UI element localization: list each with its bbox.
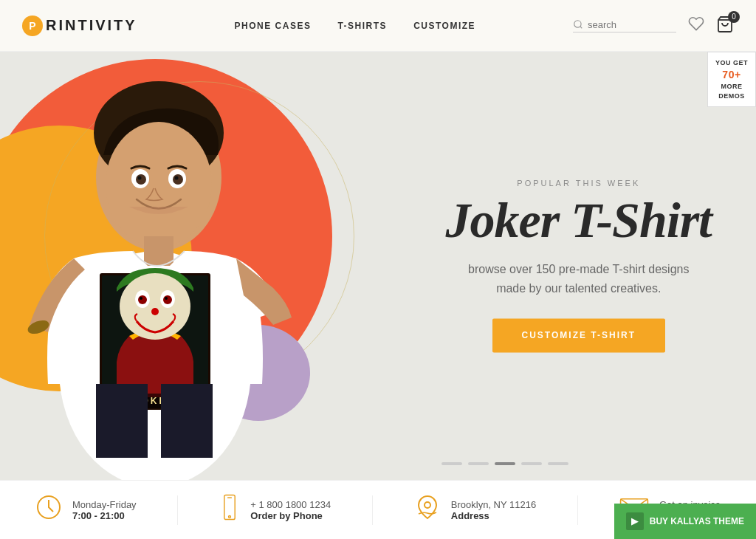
- svg-point-32: [229, 516, 231, 518]
- svg-point-26: [175, 176, 179, 180]
- model-image: JOKER: [0, 59, 310, 480]
- divider-2: [372, 495, 373, 525]
- svg-rect-27: [96, 384, 148, 458]
- logo[interactable]: P RINTIVITY: [22, 16, 137, 36]
- address-value: Brooklyn, NY 11216: [451, 499, 536, 510]
- header-actions: 0: [573, 16, 734, 36]
- info-address: Brooklyn, NY 11216 Address: [414, 494, 536, 526]
- customize-tshirt-button[interactable]: CUSTOMIZE T-SHIRT: [492, 319, 665, 353]
- info-hours: Monday-Friday 7:00 - 21:00: [35, 494, 137, 526]
- hero-content: POPULAR THIS WEEK Joker T-Shirt browse o…: [446, 179, 712, 352]
- nav-phone-cases[interactable]: PHONE CASES: [235, 21, 312, 31]
- main-nav: PHONE CASES T-SHIRTS CUSTOMIZE: [235, 21, 475, 31]
- logo-letter: P: [29, 20, 35, 32]
- logo-circle: P: [22, 16, 43, 36]
- dot-3[interactable]: [495, 462, 515, 465]
- cart-button[interactable]: 0: [716, 16, 734, 36]
- search-icon: [573, 19, 583, 30]
- svg-point-6: [106, 122, 212, 247]
- hours-label: Monday-Friday: [72, 499, 137, 510]
- hero-title: Joker T-Shirt: [446, 195, 712, 245]
- address-text: Brooklyn, NY 11216 Address: [451, 499, 536, 521]
- nav-tshirts[interactable]: T-SHIRTS: [337, 21, 387, 31]
- svg-point-24: [173, 174, 183, 185]
- svg-point-14: [138, 295, 147, 304]
- info-phone: + 1 800 1800 1234 Order by Phone: [219, 494, 331, 526]
- svg-point-33: [425, 502, 430, 508]
- search-wrap[interactable]: [573, 19, 676, 32]
- svg-line-1: [580, 27, 583, 29]
- header: P RINTIVITY PHONE CASES T-SHIRTS CUSTOMI…: [0, 0, 756, 52]
- phone-icon: [219, 494, 240, 526]
- phone-text: + 1 800 1800 1234 Order by Phone: [250, 499, 331, 521]
- address-label: Address: [451, 510, 536, 521]
- kallyas-arrow-icon: ▶: [626, 512, 644, 530]
- svg-rect-7: [144, 236, 173, 266]
- svg-rect-28: [161, 384, 213, 458]
- location-icon: [414, 494, 441, 526]
- kallyas-button[interactable]: ▶ BUY KALLYAS THEME: [614, 504, 756, 539]
- search-input[interactable]: [588, 19, 676, 30]
- divider-1: [177, 495, 178, 525]
- phone-number: + 1 800 1800 1234: [250, 499, 331, 510]
- demo-badge: YOU GET 70+ MORE DEMOS: [707, 52, 756, 107]
- divider-3: [577, 495, 578, 525]
- dot-2[interactable]: [468, 462, 489, 465]
- kallyas-label: BUY KALLYAS THEME: [650, 516, 744, 526]
- svg-point-25: [138, 176, 142, 180]
- svg-point-0: [574, 21, 581, 27]
- svg-point-11: [120, 273, 190, 340]
- wishlist-button[interactable]: [688, 16, 704, 35]
- clock-icon: [35, 494, 62, 526]
- svg-point-15: [163, 295, 172, 304]
- svg-point-18: [151, 308, 159, 315]
- dot-1[interactable]: [441, 462, 462, 465]
- svg-point-16: [140, 297, 142, 300]
- svg-point-17: [165, 297, 168, 300]
- hero-section: JOKER POPULAR THIS WEEK Joker T-Shirt b: [0, 52, 756, 480]
- nav-customize[interactable]: CUSTOMIZE: [413, 21, 475, 31]
- popular-label: POPULAR THIS WEEK: [446, 179, 712, 188]
- hours-value: 7:00 - 21:00: [72, 510, 137, 521]
- cart-count: 0: [728, 11, 740, 23]
- hero-description: browse over 150 pre-made T-shirt designs…: [446, 260, 712, 298]
- logo-text: RINTIVITY: [46, 17, 137, 34]
- hours-text: Monday-Friday 7:00 - 21:00: [72, 499, 137, 521]
- slide-dots: [441, 462, 568, 465]
- phone-label: Order by Phone: [250, 510, 331, 521]
- dot-5[interactable]: [548, 462, 568, 465]
- svg-point-23: [136, 174, 146, 185]
- dot-4[interactable]: [521, 462, 542, 465]
